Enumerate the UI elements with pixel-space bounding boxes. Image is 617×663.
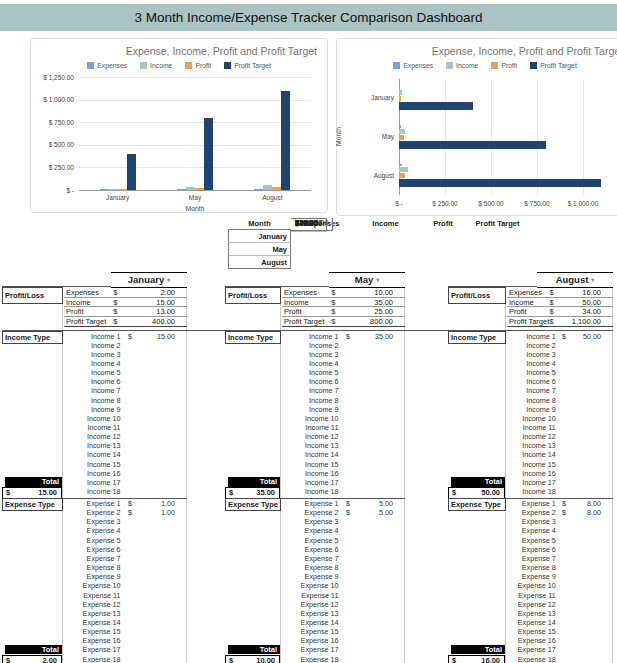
- bar-profit: [195, 188, 204, 190]
- row-label: Expense 11: [507, 591, 556, 600]
- expense-row: Expense 5: [282, 536, 405, 545]
- expense-row: Expense 2$5.00: [282, 508, 405, 517]
- row-value: 13.00: [156, 307, 175, 316]
- income-row: Income 10: [507, 414, 613, 423]
- bar-profit-target: [204, 118, 213, 190]
- y-tick-label: $ 1,250.00: [31, 74, 74, 81]
- y-tick-label: $ 250.00: [31, 164, 74, 171]
- expense-row: Expense 18: [282, 655, 405, 663]
- row-label: Income: [284, 298, 309, 307]
- month-dropdown[interactable]: May▾: [329, 272, 405, 288]
- row-label: Income 11: [64, 423, 121, 432]
- expense-row: Expense 1$8.00: [507, 499, 613, 508]
- row-label: Income: [509, 298, 534, 307]
- currency-symbol: $: [549, 288, 553, 297]
- income-row: Income 15: [64, 460, 187, 469]
- expense-row: Expense 9: [64, 572, 187, 581]
- income-row: Income 14: [282, 450, 405, 459]
- row-label: Expense 4: [282, 526, 339, 535]
- row-label: Expense 9: [64, 572, 121, 581]
- currency-symbol: $: [128, 499, 132, 508]
- expense-row: Expense 17: [282, 645, 405, 654]
- amount: 35.00: [256, 488, 275, 498]
- income-row: Income 13: [282, 441, 405, 450]
- chart-title: Expense, Income, Profit and Profit Targe…: [337, 45, 617, 57]
- row-label: Expense 18: [64, 655, 121, 663]
- expense-row: Expense 10: [64, 581, 187, 590]
- row-label: Expense 15: [282, 627, 339, 636]
- table-row: May$10.00$35.00$25.00$800.00: [229, 243, 527, 256]
- bar-income: [399, 129, 405, 134]
- row-value: 15.00: [157, 332, 175, 341]
- row-label: Expense 5: [507, 536, 556, 545]
- income-total-label: Total: [451, 477, 505, 487]
- row-label: Income 12: [282, 432, 339, 441]
- income-row: Income 11: [507, 423, 613, 432]
- amount: 1,100.00: [299, 218, 328, 227]
- currency-symbol: $: [113, 298, 117, 307]
- expense-row: Expense 6: [64, 545, 187, 554]
- gridline: [537, 79, 538, 195]
- month-dropdown[interactable]: August▾: [537, 272, 613, 288]
- month-dropdown[interactable]: January▾: [111, 272, 187, 288]
- expense-row: Expense 6: [507, 545, 613, 554]
- currency-symbol: $: [128, 332, 132, 341]
- row-label: Income 11: [507, 423, 556, 432]
- expense-row: Expense 1$5.00: [282, 499, 405, 508]
- legend-label: Profit: [501, 62, 517, 69]
- income-row: Income 9: [507, 405, 613, 414]
- expense-row: Expense 4: [507, 526, 613, 535]
- row-value: 5.00: [379, 499, 393, 508]
- income-row: Income 12: [64, 432, 187, 441]
- row-label: Expense 10: [282, 581, 339, 590]
- row-label: Income 7: [282, 386, 339, 395]
- income-row: Income 14: [64, 450, 187, 459]
- row-label: Expense 4: [64, 526, 121, 535]
- expense-row: Expense 15: [282, 627, 405, 636]
- currency-symbol: $: [562, 332, 566, 341]
- expense-total-label: Total: [451, 645, 505, 655]
- bar-income: [186, 187, 195, 190]
- summary-month-cell: May: [229, 243, 291, 256]
- row-label: Income 17: [507, 478, 556, 487]
- row-label: Expense 6: [64, 545, 121, 554]
- summary-value: $1,100.00: [291, 218, 332, 227]
- row-value: 8.00: [587, 499, 601, 508]
- chevron-down-icon: ▾: [376, 277, 379, 283]
- row-label: Expense 14: [282, 618, 339, 627]
- income-type-label: Income Type: [225, 331, 281, 344]
- row-label: Income 1: [64, 332, 121, 341]
- expense-total-label: Total: [228, 645, 280, 655]
- bar-income: [399, 167, 408, 172]
- income-row: Income 1$15.00: [64, 332, 187, 341]
- row-label: Expenses: [509, 288, 542, 297]
- row-label: Profit: [66, 307, 84, 316]
- income-total-value: $50.00: [448, 487, 505, 499]
- row-label: Income 8: [507, 396, 556, 405]
- currency-symbol: $: [6, 656, 10, 663]
- currency-symbol: $: [6, 488, 10, 498]
- income-row: Income 12: [507, 432, 613, 441]
- y-tick-label: $ 750.00: [31, 119, 74, 126]
- bar-expenses: [399, 125, 401, 128]
- income-row: Income 13: [64, 441, 187, 450]
- expense-row: Expense 14: [507, 618, 613, 627]
- y-tick-label: $ -: [31, 187, 74, 194]
- legend-swatch-icon: [393, 62, 400, 69]
- bar-profit-target: [399, 102, 473, 110]
- row-label: Expense 3: [282, 517, 339, 526]
- expense-row: Expense 15: [64, 627, 187, 636]
- gridline: [79, 100, 311, 101]
- row-label: Profit Target: [66, 317, 106, 326]
- income-total-value: $15.00: [2, 487, 62, 499]
- legend-label: Income: [456, 62, 478, 69]
- row-label: Income 10: [282, 414, 339, 423]
- currency-symbol: $: [562, 508, 566, 517]
- row-label: Income 9: [507, 405, 556, 414]
- row-label: Income 17: [282, 478, 339, 487]
- table-row: January$2.00$15.00$13.00$400.00: [229, 230, 527, 243]
- expense-row: Expense 7: [507, 554, 613, 563]
- row-label: Expense 2: [64, 508, 121, 517]
- row-label: Income 7: [507, 386, 556, 395]
- legend-item: Income: [140, 62, 172, 69]
